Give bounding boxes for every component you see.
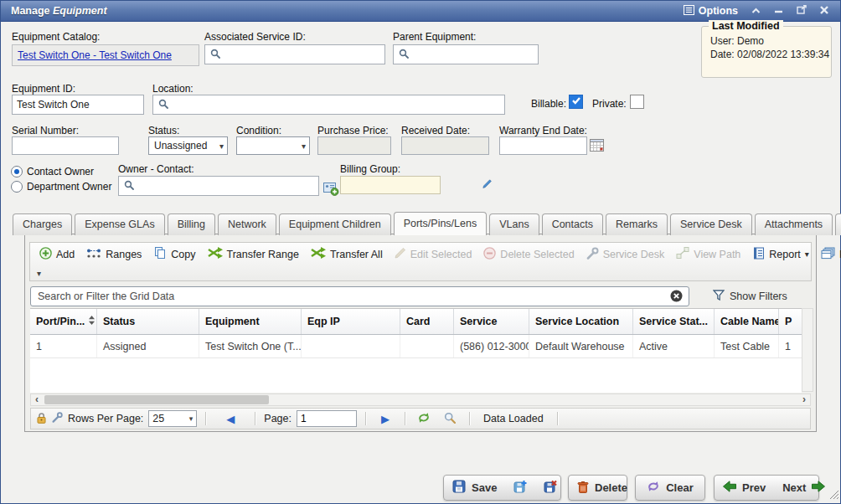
next-button[interactable]: Next [774,476,833,500]
parent-equipment-field [393,44,539,64]
scroll-right-icon[interactable]: › [798,394,810,405]
location-input[interactable] [168,99,504,111]
ranges-icon [86,248,101,261]
collapse-icon[interactable] [751,5,761,17]
popout-icon[interactable] [797,5,807,17]
prev-next-button-group: Prev Next [714,475,819,501]
wrench-icon[interactable] [52,412,63,425]
column-header-service-status[interactable]: Service Stat... [633,309,715,334]
sort-icon [88,315,95,328]
grid-search-input[interactable] [30,286,689,306]
serial-number-input[interactable] [12,136,119,155]
options-menu-icon [684,5,694,18]
delete-selected-button[interactable]: Delete Selected [477,247,580,262]
tab-equipment-children[interactable]: Equipment Children [279,213,391,235]
equipment-catalog-link[interactable]: Test Switch One - Test Switch One [18,49,172,61]
perspectives-icon [821,247,835,262]
cell-card [400,335,454,357]
cell-port-pin: 1 [30,335,97,357]
clear-search-icon[interactable] [670,290,683,305]
copy-button[interactable]: Copy [147,246,201,262]
scrollbar-thumb[interactable] [44,395,269,404]
grid-search-row: Show Filters [29,286,812,306]
tab-contacts[interactable]: Contacts [542,213,603,235]
service-desk-button[interactable]: Service Desk [580,247,671,262]
cell-service: (586) 012-3000 [454,335,529,357]
prev-button[interactable]: Prev [715,476,774,500]
show-filters-button[interactable]: Show Filters [713,290,787,303]
resize-grip[interactable] [828,488,838,501]
page-input[interactable] [297,410,357,427]
table-row[interactable]: 1 Assigned Test Switch One (T... (586) 0… [30,335,802,358]
tab-network[interactable]: Network [218,213,276,235]
tab-expense-glas[interactable]: Expense GLAs [75,213,164,235]
tab-attachments[interactable]: Attachments [755,213,833,235]
rows-per-page-select[interactable]: 25 ▾ [148,410,197,427]
equipment-id-input[interactable] [12,95,144,115]
billable-checkbox[interactable] [569,95,583,109]
check-icon [571,95,581,108]
save-plus-button[interactable] [505,476,535,500]
column-header-cable-name[interactable]: Cable Name [715,309,779,334]
tab-vlans[interactable]: VLans [489,213,539,235]
scroll-left-icon[interactable]: ‹ [31,394,43,405]
column-header-port-pin[interactable]: Port/Pin... [30,309,97,334]
column-header-service-location[interactable]: Service Location [529,309,633,334]
grid-header-row: Port/Pin... Status Equipment Eqp IP Card… [30,309,802,335]
associated-service-id-field [204,44,385,64]
tab-remarks[interactable]: Remarks [606,213,668,235]
column-header-eqp-ip[interactable]: Eqp IP [302,309,400,334]
toolbar-overflow-icon[interactable]: ▾ [37,269,41,278]
calendar-icon[interactable] [589,137,604,152]
horizontal-scrollbar[interactable]: ‹ › [30,393,811,406]
view-path-icon [676,247,689,261]
column-header-card[interactable]: Card [400,309,454,334]
tab-user-defined-fields[interactable]: User Defined Fields [835,213,841,235]
close-icon[interactable] [820,5,828,17]
edit-selected-button[interactable]: Edit Selected [389,248,478,261]
tab-service-desk[interactable]: Service Desk [670,213,752,235]
refresh-icon[interactable] [417,412,431,426]
last-modified-date: Date: 02/08/2022 13:39:34 [702,47,831,60]
add-contact-icon[interactable] [322,181,339,196]
options-button[interactable]: Options [684,5,738,18]
save-button[interactable]: Save [444,476,505,500]
private-checkbox[interactable] [630,95,644,109]
parent-equipment-input[interactable] [409,49,545,60]
condition-select[interactable]: ▾ [236,136,310,155]
last-modified-title: Last Modified [709,20,783,32]
owner-contact-input[interactable] [134,180,318,192]
column-header-service[interactable]: Service [454,309,529,334]
billing-group-input[interactable] [346,179,482,191]
vertical-scrollbar[interactable] [802,308,813,392]
column-header-p[interactable]: P [779,309,802,334]
associated-service-id-input[interactable] [220,49,384,60]
edit-pencil-icon[interactable] [482,179,495,191]
transfer-range-button[interactable]: Transfer Range [202,247,305,261]
perspectives-button[interactable]: Perspectives [815,247,841,262]
prev-page-icon[interactable]: ◀ [226,413,235,425]
serial-number-label: Serial Number: [12,125,79,136]
tab-billing[interactable]: Billing [168,213,215,235]
search-icon[interactable] [444,412,456,426]
view-path-button[interactable]: View Path [670,247,746,261]
warranty-end-date-input[interactable] [499,136,587,155]
save-close-button[interactable] [535,476,565,500]
ranges-button[interactable]: Ranges [80,248,147,261]
tab-charges[interactable]: Charges [13,213,72,235]
owner-contact-label: Owner - Contact: [118,163,194,175]
next-page-icon[interactable]: ▶ [381,413,390,425]
minimize-icon[interactable] [774,5,783,17]
department-owner-radio[interactable] [11,181,23,193]
add-button[interactable]: Add [34,247,80,262]
report-button[interactable]: Report ▾ [746,247,815,262]
column-header-status[interactable]: Status [97,309,199,334]
column-header-equipment[interactable]: Equipment [199,309,302,334]
contact-owner-radio[interactable] [11,166,23,177]
delete-button[interactable]: Delete [568,475,627,501]
transfer-all-button[interactable]: Transfer All [305,247,389,261]
tab-ports-pins-lens[interactable]: Ports/Pins/Lens [394,212,488,235]
clear-button[interactable]: Clear [635,475,705,501]
status-select[interactable]: Unassigned ▾ [148,136,228,155]
lock-icon[interactable] [36,412,47,426]
